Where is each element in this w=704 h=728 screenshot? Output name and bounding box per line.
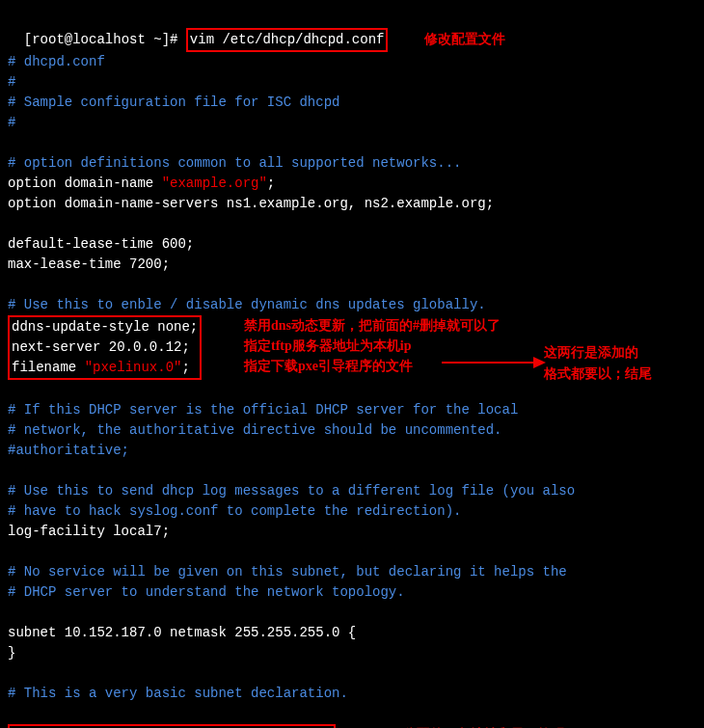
ddns-box: ddns-update-style none; next-server 20.0… [8, 315, 202, 380]
vim-command[interactable]: vim /etc/dhcp/dhcpd.conf [190, 32, 385, 47]
annotation-ddns: 禁用dns动态更新，把前面的#删掉就可以了 [244, 315, 501, 336]
comment-line: # No service will be given on this subne… [8, 562, 696, 582]
comment-line: # option definitions common to all suppo… [8, 153, 696, 174]
annotation-subnet1: 分配的网段地址和子网掩码 [403, 724, 586, 728]
config-line: default-lease-time 600; [8, 234, 696, 255]
next-server-line: next-server 20.0.0.12; [12, 339, 190, 355]
shell-prompt: [root@localhost ~]# [24, 32, 186, 47]
annotation-added2: 格式都要以；结尾 [544, 364, 652, 384]
subnet-box: subnet 20.0.0.0 netmask 255.255.255.0 { … [8, 724, 336, 728]
config-line: option domain-name-servers ns1.example.o… [8, 194, 696, 214]
arrow-icon [442, 354, 548, 371]
comment-line: # Use this to enble / disable dynamic dn… [8, 295, 696, 315]
comment-line: # network, the authoritative directive s… [8, 420, 696, 441]
comment-line: # [8, 113, 696, 133]
annotation-title: 修改配置文件 [424, 29, 505, 49]
config-line: max-lease-time 7200; [8, 255, 696, 275]
comment-line: # Sample configuration file for ISC dhcp… [8, 93, 696, 113]
comment-line: # Use this to send dhcp log messages to … [8, 481, 696, 501]
annotation-filename: 指定下载pxe引导程序的文件 [244, 356, 413, 376]
filename-line: filename "pxelinux.0"; [12, 360, 190, 375]
comment-line: #authoritative; [8, 441, 696, 461]
subnet-line: subnet 10.152.187.0 netmask 255.255.255.… [8, 623, 696, 643]
annotation-nextserver: 指定tftp服务器地址为本机ip [244, 336, 411, 356]
comment-line: # If this DHCP server is the official DH… [8, 400, 696, 420]
svg-marker-1 [533, 357, 546, 368]
prompt-line: [root@localhost ~]# vim /etc/dhcp/dhcpd.… [8, 8, 696, 52]
ddns-line: ddns-update-style none; [12, 319, 198, 335]
config-line: option domain-name "example.org"; [8, 174, 696, 194]
comment-line: # This is a very basic subnet declaratio… [8, 684, 696, 704]
config-line: log-facility local7; [8, 522, 696, 542]
comment-line: # DHCP server to understand the network … [8, 582, 696, 603]
subnet-close: } [8, 643, 696, 663]
annotation-added1: 这两行是添加的 [544, 342, 638, 363]
comment-line: # dhcpd.conf [8, 52, 696, 72]
command-box: vim /etc/dhcp/dhcpd.conf [186, 28, 389, 52]
comment-line: # have to hack syslog.conf to complete t… [8, 501, 696, 522]
comment-line: # [8, 72, 696, 93]
